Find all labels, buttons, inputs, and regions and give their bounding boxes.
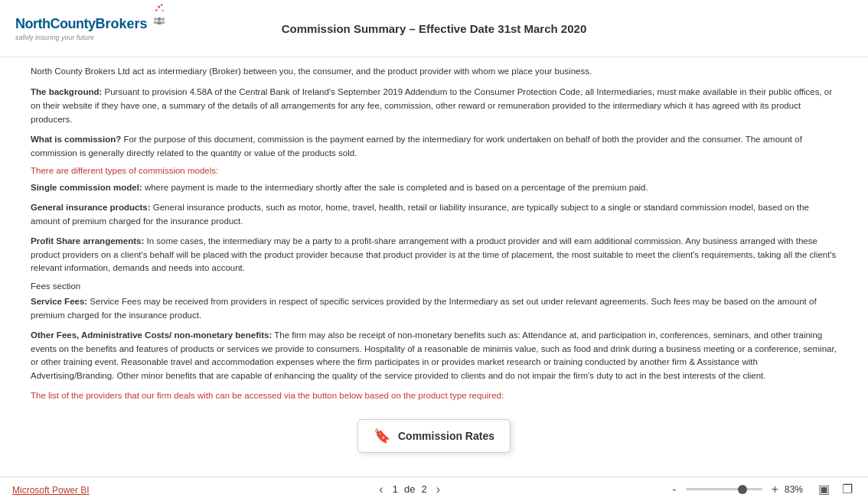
intro-paragraph: North County Brokers Ltd act as intermed…: [31, 65, 837, 78]
footer-right: - + 83% ▣ ❐: [669, 480, 856, 498]
single-label: Single commission model:: [31, 183, 142, 192]
svg-point-4: [162, 18, 165, 21]
zoom-out-button[interactable]: -: [669, 481, 679, 498]
zoom-thumb: [738, 485, 747, 494]
general-label: General insurance products:: [31, 203, 151, 212]
fullscreen-button[interactable]: ❐: [839, 480, 856, 498]
commission-rates-button[interactable]: 🔖 Commission Rates: [357, 419, 511, 453]
background-text: Pursuant to provision 4.58A of the Centr…: [31, 87, 832, 124]
footer-pagination: ‹ 1 de 2 ›: [376, 483, 443, 496]
general-paragraph: General insurance products: General insu…: [31, 201, 837, 229]
types-heading: There are different types of commission …: [31, 166, 837, 175]
button-area: 🔖 Commission Rates: [31, 413, 837, 456]
page-separator: de: [404, 483, 415, 495]
page-total: 2: [421, 483, 426, 495]
single-paragraph: Single commission model: where payment i…: [31, 181, 837, 195]
powerbi-link[interactable]: Microsoft Power BI: [12, 485, 90, 496]
header-title: Commission Summary – Effective Date 31st…: [282, 22, 587, 35]
zoom-in-button[interactable]: +: [768, 481, 782, 498]
header: NorthCounty Brokers ★ ★ ★ ★: [0, 0, 868, 57]
fees-section-heading: Fees section: [31, 281, 837, 291]
commission-rates-label: Commission Rates: [398, 430, 494, 442]
fit-page-button[interactable]: ▣: [815, 480, 833, 498]
page-current: 1: [393, 483, 398, 495]
logo-name: NorthCounty: [15, 16, 95, 32]
next-page-button[interactable]: ›: [433, 483, 443, 496]
zoom-controls: - + 83%: [669, 481, 809, 498]
single-text: where payment is made to the intermediar…: [142, 183, 648, 192]
background-label: The background:: [31, 87, 102, 96]
logo-icon: ★ ★ ★ ★: [151, 2, 168, 28]
list-text: The list of the providers that our firm …: [31, 389, 837, 402]
zoom-track[interactable]: [686, 488, 762, 490]
logo-text: NorthCounty Brokers ★ ★ ★ ★: [15, 6, 168, 32]
svg-point-1: [156, 21, 162, 24]
service-label: Service Fees:: [31, 297, 87, 306]
svg-text:★: ★: [160, 2, 164, 7]
logo-area: NorthCounty Brokers ★ ★ ★ ★: [15, 6, 168, 41]
other-label: Other Fees, Administrative Costs/ non-mo…: [31, 330, 272, 340]
logo-tagline: safely insuring your future: [15, 34, 94, 41]
svg-text:★: ★: [162, 8, 165, 12]
prev-page-button[interactable]: ‹: [376, 483, 386, 496]
profit-label: Profit Share arrangements:: [31, 236, 144, 246]
main-content: North County Brokers Ltd act as intermed…: [0, 57, 868, 477]
service-paragraph: Service Fees: Service Fees may be receiv…: [31, 295, 837, 323]
commission-text: For the purpose of this document, commis…: [31, 135, 802, 158]
svg-point-5: [161, 21, 165, 24]
profit-text: In some cases, the intermediary may be a…: [31, 236, 836, 273]
footer: Microsoft Power BI ‹ 1 de 2 › - + 83% ▣ …: [0, 477, 868, 501]
svg-point-3: [153, 21, 157, 24]
bookmark-icon: 🔖: [374, 428, 390, 444]
svg-point-0: [157, 18, 161, 21]
footer-left: Microsoft Power BI: [12, 483, 150, 496]
commission-paragraph: What is commission? For the purpose of t…: [31, 133, 837, 161]
svg-point-2: [154, 18, 157, 21]
background-paragraph: The background: Pursuant to provision 4.…: [31, 86, 837, 126]
commission-label: What is commission?: [31, 135, 121, 144]
profit-paragraph: Profit Share arrangements: In some cases…: [31, 235, 837, 275]
service-text: Service Fees may be received from provid…: [31, 297, 817, 320]
zoom-percent: 83%: [785, 484, 809, 495]
logo-brokers: Brokers: [95, 16, 147, 32]
other-paragraph: Other Fees, Administrative Costs/ non-mo…: [31, 329, 837, 383]
